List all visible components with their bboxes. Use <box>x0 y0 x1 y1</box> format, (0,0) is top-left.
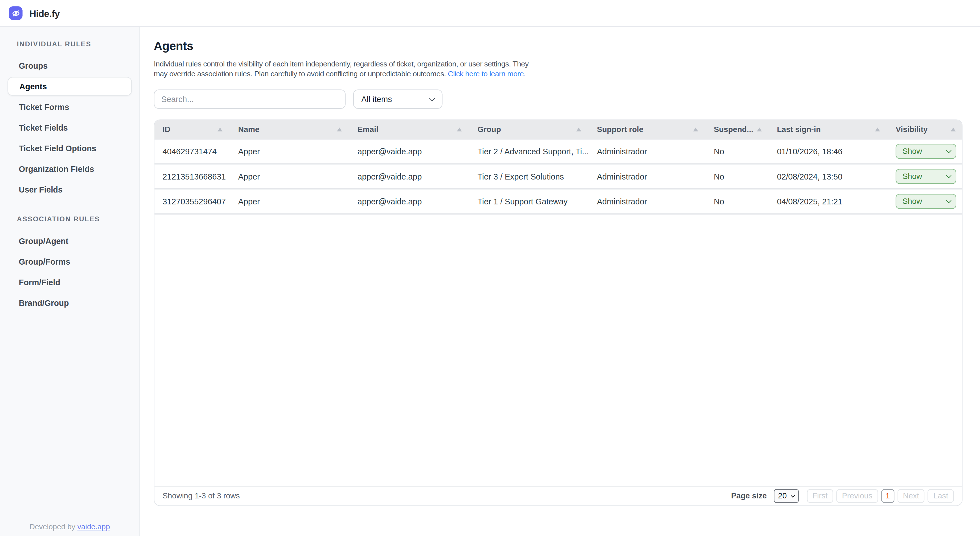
cell-name: Apper <box>230 190 350 213</box>
sidebar-footer: Developed by vaide.app <box>0 522 139 531</box>
developed-by-text: Developed by <box>29 522 75 531</box>
table-header-row: ID Name Email Group Support role <box>154 120 962 140</box>
sort-asc-icon <box>693 128 698 131</box>
cell-suspended: No <box>706 139 769 163</box>
cell-support-role: Administrador <box>589 164 706 188</box>
sort-asc-icon <box>576 128 581 131</box>
cell-group: Tier 1 / Support Gateway <box>469 190 589 213</box>
column-header-id[interactable]: ID <box>154 120 230 139</box>
sidebar-item-groups[interactable]: Groups <box>8 56 132 75</box>
column-header-name[interactable]: Name <box>230 120 350 139</box>
cell-id: 31270355296407 <box>154 190 230 213</box>
learn-more-link[interactable]: Click here to learn more. <box>448 69 525 78</box>
sidebar-item-ticket-field-options[interactable]: Ticket Field Options <box>8 139 132 158</box>
cell-email: apper@vaide.app <box>350 190 469 213</box>
sort-asc-icon <box>951 128 956 131</box>
sidebar-item-group-agent[interactable]: Group/Agent <box>8 231 132 250</box>
table-row: 31270355296407 Apper apper@vaide.app Tie… <box>154 190 962 215</box>
cell-id: 404629731474 <box>154 139 230 163</box>
column-header-email[interactable]: Email <box>350 120 469 139</box>
pagination-next-button[interactable]: Next <box>897 489 924 503</box>
search-input[interactable] <box>154 89 345 109</box>
cell-support-role: Administrador <box>589 139 706 163</box>
topbar: Hide.fy <box>0 0 980 27</box>
column-header-last-sign-in[interactable]: Last sign-in <box>769 120 887 139</box>
cell-last-sign-in: 01/10/2026, 18:46 <box>769 139 887 163</box>
sidebar-item-organization-fields[interactable]: Organization Fields <box>8 160 132 178</box>
pagination-last-button[interactable]: Last <box>928 489 954 503</box>
chevron-down-icon <box>946 198 951 203</box>
items-filter-select[interactable]: All items <box>353 89 442 109</box>
sidebar-item-group-forms[interactable]: Group/Forms <box>8 252 132 271</box>
sidebar-section-title-individual-rules: INDIVIDUAL RULES <box>0 40 139 48</box>
eye-off-icon <box>11 9 20 17</box>
cell-name: Apper <box>230 164 350 188</box>
chevron-down-icon <box>946 173 951 178</box>
cell-name: Apper <box>230 139 350 163</box>
column-header-group[interactable]: Group <box>469 120 589 139</box>
sort-asc-icon <box>757 128 762 131</box>
cell-email: apper@vaide.app <box>350 164 469 188</box>
cell-id: 21213513668631 <box>154 164 230 188</box>
cell-support-role: Administrador <box>589 190 706 213</box>
cell-group: Tier 2 / Advanced Support, Ti... <box>469 139 589 163</box>
visibility-select[interactable]: Show <box>896 169 956 184</box>
cell-last-sign-in: 04/08/2025, 21:21 <box>769 190 887 213</box>
pagination-previous-button[interactable]: Previous <box>836 489 878 503</box>
table-footer: Showing 1-3 of 3 rows Page size 20 First… <box>154 486 962 506</box>
page-title: Agents <box>154 39 963 53</box>
cell-group: Tier 3 / Expert Solutions <box>469 164 589 188</box>
filter-selected-value: All items <box>361 94 392 104</box>
column-header-suspended[interactable]: Suspend... <box>706 120 769 139</box>
page-size-select[interactable]: 20 <box>774 489 799 503</box>
cell-visibility: Show <box>888 190 963 213</box>
sidebar-item-user-fields[interactable]: User Fields <box>8 180 132 199</box>
sidebar-item-ticket-forms[interactable]: Ticket Forms <box>8 97 132 116</box>
column-header-support-role[interactable]: Support role <box>589 120 706 139</box>
sidebar-item-ticket-fields[interactable]: Ticket Fields <box>8 118 132 137</box>
sidebar-item-brand-group[interactable]: Brand/Group <box>8 294 132 312</box>
cell-suspended: No <box>706 164 769 188</box>
sidebar-item-agents[interactable]: Agents <box>8 77 132 96</box>
showing-rows-text: Showing 1-3 of 3 rows <box>162 491 240 500</box>
table-empty-area <box>154 215 962 486</box>
agents-table: ID Name Email Group Support role <box>154 120 963 506</box>
sort-asc-icon <box>337 128 342 131</box>
chevron-down-icon <box>429 95 435 102</box>
pagination-page-1-button[interactable]: 1 <box>881 489 894 503</box>
visibility-select[interactable]: Show <box>896 144 956 159</box>
sidebar: INDIVIDUAL RULES Groups Agents Ticket Fo… <box>0 27 140 536</box>
page-size-label: Page size <box>731 491 767 500</box>
table-row: 21213513668631 Apper apper@vaide.app Tie… <box>154 164 962 190</box>
sidebar-item-form-field[interactable]: Form/Field <box>8 273 132 292</box>
sort-asc-icon <box>218 128 223 131</box>
app-logo[interactable] <box>9 6 22 20</box>
cell-visibility: Show <box>888 139 963 163</box>
page-description: Individual rules control the visibility … <box>154 59 541 79</box>
vaide-app-link[interactable]: vaide.app <box>77 522 110 531</box>
pagination-first-button[interactable]: First <box>807 489 834 503</box>
chevron-down-icon <box>946 148 951 153</box>
chevron-down-icon <box>791 493 795 498</box>
sort-asc-icon <box>457 128 462 131</box>
sort-asc-icon <box>875 128 880 131</box>
cell-last-sign-in: 02/08/2024, 13:50 <box>769 164 887 188</box>
table-row: 404629731474 Apper apper@vaide.app Tier … <box>154 139 962 164</box>
cell-visibility: Show <box>888 164 963 188</box>
visibility-select[interactable]: Show <box>896 194 956 209</box>
brand-title: Hide.fy <box>29 8 60 19</box>
app-window: Hide.fy INDIVIDUAL RULES Groups Agents T… <box>0 0 980 536</box>
cell-suspended: No <box>706 190 769 213</box>
table-controls: All items <box>154 89 963 109</box>
cell-email: apper@vaide.app <box>350 139 469 163</box>
main-content: Agents Individual rules control the visi… <box>140 27 980 536</box>
pagination: Page size 20 First Previous 1 Next Last <box>731 489 954 503</box>
column-header-visibility[interactable]: Visibility <box>888 120 963 139</box>
sidebar-section-title-association-rules: ASSOCIATION RULES <box>0 215 139 223</box>
